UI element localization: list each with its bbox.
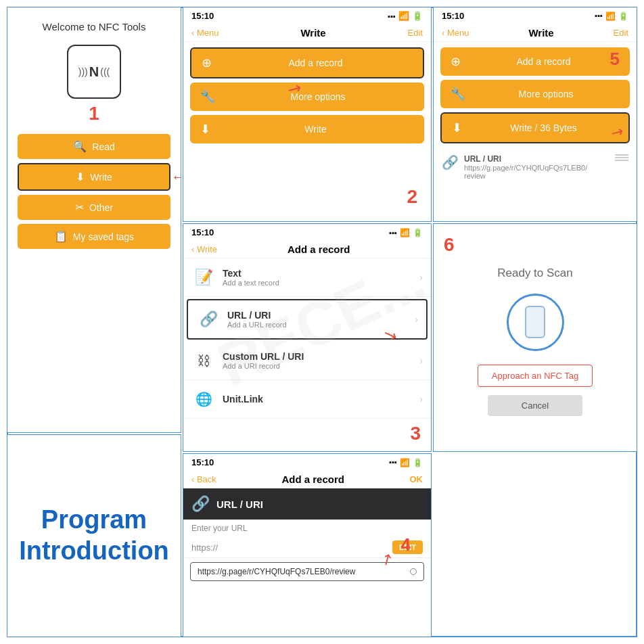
line2 xyxy=(615,157,628,158)
panel5-write-icon: ⬇ xyxy=(452,120,462,135)
text-record-title: Text xyxy=(223,268,419,279)
panel4-status-icons: ▪▪▪ 📶 🔋 xyxy=(389,458,423,467)
panel4-signal-icon: ▪▪▪ xyxy=(389,458,397,467)
approach-nfc-btn[interactable]: Approach an NFC Tag xyxy=(478,365,593,387)
panel5-add-icon: ⊕ xyxy=(451,54,461,69)
wifi-icon: 📶 xyxy=(398,11,409,21)
step-2-number: 2 xyxy=(407,186,417,208)
panel-ready-scan: 6 Ready to Scan Approach an NFC Tag Canc… xyxy=(433,223,637,452)
program-intro-line2: Introduction xyxy=(19,536,169,565)
line1 xyxy=(615,154,628,156)
write-label-2: Write xyxy=(217,124,414,135)
panel5-url-icon: 🔗 xyxy=(442,154,459,170)
menu-item-saved-tags[interactable]: 📋 My saved tags xyxy=(18,224,170,249)
panel4-wifi-icon: 📶 xyxy=(400,458,410,467)
panel5-url-info: URL / URI https://g.page/r/CYHQfUqFQs7LE… xyxy=(464,154,610,180)
panel4-nav: ‹ Back Add a record OK xyxy=(183,471,431,488)
panel4-back-btn[interactable]: ‹ Back xyxy=(191,474,216,484)
panel5-options-icon: 🔧 xyxy=(451,87,465,101)
program-intro-text: Program Introduction xyxy=(19,505,169,566)
panel5-more-options-btn[interactable]: 🔧 More options xyxy=(440,80,630,108)
panel5-write-bytes-btn[interactable]: ⬇ Write / 36 Bytes xyxy=(440,112,630,143)
panel3-record-list: 📝 Text Add a text record › 🔗 URL / URI A… xyxy=(183,258,431,451)
other-icon: ✂ xyxy=(75,201,84,214)
panel5-nav: ‹ Menu Write Edit xyxy=(434,24,637,42)
panel5-title: Write xyxy=(528,27,553,39)
ready-scan-title: Ready to Scan xyxy=(497,267,573,280)
panel5-edit-btn[interactable]: Edit xyxy=(614,28,628,38)
final-url-text: https://g.page/r/CYHQfUqFQs7LEB0/review xyxy=(198,567,410,576)
panel-add-record: 15:10 ▪▪▪ 📶 🔋 ‹ Write Add a record . 📝 T… xyxy=(183,223,432,452)
write-label: Write xyxy=(90,172,112,183)
unit-link-info: Unit.Link xyxy=(223,394,419,405)
panel5-status-bar: 15:10 ▪▪▪ 📶 🔋 xyxy=(434,7,637,24)
saved-tags-icon: 📋 xyxy=(54,230,68,243)
menu-item-other[interactable]: ✂ Other xyxy=(18,195,170,220)
record-item-custom-url[interactable]: ⛓ Custom URL / URI Add a URI record › xyxy=(183,342,431,380)
program-intro-line1: Program xyxy=(41,505,147,534)
panel3-signal-icon: ▪▪▪ xyxy=(389,229,397,237)
panel5-options-label: More options xyxy=(472,89,620,99)
read-icon: 🔍 xyxy=(73,140,87,153)
signal-icon: ▪▪▪ xyxy=(388,12,396,20)
other-label: Other xyxy=(89,202,113,213)
wave-right-icon: ((( xyxy=(100,66,110,77)
panel3-title: Add a record xyxy=(288,244,350,255)
text-record-icon: 📝 xyxy=(191,265,216,290)
panel5-buttons: 5 ⊕ Add a record 🔧 More options ⬇ Write … xyxy=(434,42,637,149)
panel4-title: Add a record xyxy=(281,474,344,485)
panel5-status-icons: ▪▪▪ 📶 🔋 xyxy=(595,12,628,21)
wave-left-icon: ))) xyxy=(78,66,88,77)
panel3-placeholder: . xyxy=(420,244,423,254)
panel2-status-bar: 15:10 ▪▪▪ 📶 🔋 xyxy=(183,7,431,24)
url-record-title: URL / URI xyxy=(227,310,415,321)
custom-url-info: Custom URL / URI Add a URI record xyxy=(223,351,419,370)
panel2-content: ⊕ Add a record 🔧 More options ⬇ Write 2 … xyxy=(183,42,431,221)
add-record-btn[interactable]: ⊕ Add a record xyxy=(190,47,424,78)
panel3-back-btn[interactable]: ‹ Write xyxy=(191,244,217,254)
panel3-wifi-icon: 📶 xyxy=(400,228,410,237)
step-1-number: 1 xyxy=(89,103,99,124)
record-item-unit-link[interactable]: 🌐 Unit.Link › xyxy=(183,380,431,419)
panel4-ok-btn[interactable]: OK xyxy=(409,474,423,484)
panel3-status-icons: ▪▪▪ 📶 🔋 xyxy=(389,228,423,237)
step-3-number: 3 xyxy=(410,423,421,444)
record-item-text[interactable]: 📝 Text Add a text record › xyxy=(183,258,431,297)
custom-url-chevron: › xyxy=(419,355,423,366)
step-6-number: 6 xyxy=(444,234,455,256)
url-record-chevron: › xyxy=(415,314,418,325)
unit-link-title: Unit.Link xyxy=(223,394,419,405)
panel5-write-label: Write / 36 Bytes xyxy=(469,122,618,133)
panel3-time: 15:10 xyxy=(191,227,214,237)
panel3-status-bar: 15:10 ▪▪▪ 📶 🔋 xyxy=(183,224,431,241)
panel3-battery-icon: 🔋 xyxy=(413,228,423,237)
panel5-url-title: URL / URI xyxy=(464,154,610,164)
url-input-row: https:// EDIT xyxy=(183,537,431,558)
panel5-back-btn[interactable]: ‹ Menu xyxy=(442,28,469,38)
panel5-wifi-icon: 📶 xyxy=(605,12,616,21)
custom-url-subtitle: Add a URI record xyxy=(223,362,419,370)
more-options-btn[interactable]: 🔧 More options xyxy=(190,83,424,111)
write-arrow-icon: ← xyxy=(171,168,181,186)
panel5-signal-icon: ▪▪▪ xyxy=(595,12,603,21)
nfc-letter-n: N xyxy=(89,64,99,80)
panel5-add-record-btn[interactable]: ⊕ Add a record xyxy=(440,47,630,76)
scan-circle xyxy=(507,294,564,351)
panel5-battery-icon: 🔋 xyxy=(618,12,628,21)
program-intro-panel: Program Introduction xyxy=(7,434,181,637)
url-header-icon: 🔗 xyxy=(191,495,210,513)
nfc-icon-box: ))) N ((( xyxy=(67,45,121,99)
panel2-title: Write xyxy=(300,27,325,39)
cancel-btn[interactable]: Cancel xyxy=(488,395,582,416)
panel2-edit-btn[interactable]: Edit xyxy=(408,28,423,38)
write-btn[interactable]: ⬇ Write xyxy=(190,115,424,143)
text-record-info: Text Add a text record xyxy=(223,268,419,287)
panel-write-bytes: 15:10 ▪▪▪ 📶 🔋 ‹ Menu Write Edit 5 ⊕ Add … xyxy=(433,7,637,222)
panel2-back-btn[interactable]: ‹ Menu xyxy=(191,28,218,38)
menu-item-write[interactable]: ⬇ Write ← xyxy=(18,163,170,191)
line3 xyxy=(615,160,628,161)
menu-item-read[interactable]: 🔍 Read xyxy=(18,134,170,159)
phone-shape-icon xyxy=(525,306,545,338)
url-record-icon: 🔗 xyxy=(196,307,221,331)
text-record-chevron: › xyxy=(419,272,423,283)
